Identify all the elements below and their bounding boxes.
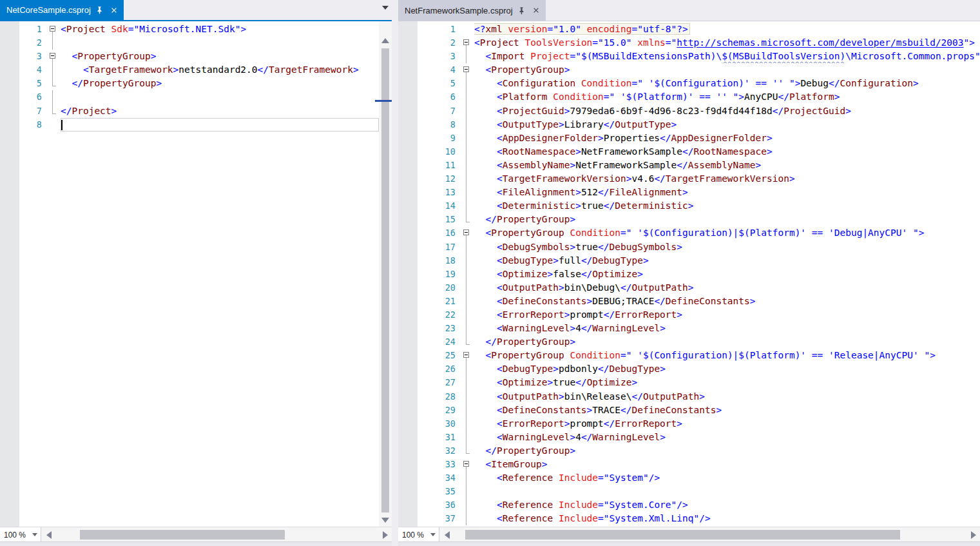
code-editor-right[interactable]: 1<?xml version="1.0" encoding="utf-8"?>2… [398,21,980,527]
code-text[interactable]: <Platform Condition=" '$(Platform)' == '… [474,90,980,104]
horizontal-scrollbar-left[interactable] [41,527,392,542]
tab-netcoresample[interactable]: NetCoreSample.csproj [0,0,124,20]
code-text[interactable]: <DebugType>full</DebugType> [474,254,980,268]
code-text[interactable]: <OutputType>Library</OutputType> [474,118,980,132]
code-text[interactable]: <DefineConstants>TRACE</DefineConstants> [474,404,980,417]
code-text[interactable]: <ErrorReport>prompt</ErrorReport> [474,417,980,431]
code-text[interactable]: </PropertyGroup> [474,444,980,458]
close-icon[interactable] [109,5,119,15]
code-text[interactable]: <AppDesignerFolder>Properties</AppDesign… [474,132,980,145]
horizontal-scroll-thumb[interactable] [80,530,285,540]
fold-toggle-icon[interactable] [50,53,55,59]
code-text[interactable]: <WarningLevel>4</WarningLevel> [474,431,980,444]
fold-guide [466,213,466,222]
code-text[interactable]: <OutputPath>bin\Release\</OutputPath> [474,390,980,404]
horizontal-scrollbar-right[interactable] [439,527,980,542]
code-text[interactable]: <DebugSymbols>true</DebugSymbols> [474,240,980,254]
code-text[interactable] [474,485,980,498]
code-text[interactable]: <Reference Include="System.Xml.Linq"/> [474,512,980,525]
code-line: 27 <Optimize>true</Optimize> [398,376,980,389]
fold-guide [466,444,466,453]
code-text[interactable]: <RootNamespace>NetFrameworkSample</RootN… [474,145,980,159]
scroll-right-icon[interactable] [383,531,388,539]
line-number: 21 [418,295,460,308]
code-text[interactable]: <TargetFramework>netstandard2.0</TargetF… [61,63,379,77]
code-line: 37 <Reference Include="System.Xml.Linq"/… [398,512,980,525]
fold-guide [466,417,466,431]
code-text[interactable]: <Import Project="$(MSBuildExtensionsPath… [474,50,980,63]
code-text[interactable] [61,36,379,50]
line-number: 20 [418,281,460,295]
code-text[interactable]: <FileAlignment>512</FileAlignment> [474,186,980,199]
code-text[interactable]: <PropertyGroup> [474,63,980,77]
code-text[interactable]: <DefineConstants>DEBUG;TRACE</DefineCons… [474,295,980,308]
code-text[interactable]: <TargetFrameworkVersion>v4.6</TargetFram… [474,172,980,186]
code-text[interactable]: <ErrorReport>prompt</ErrorReport> [474,308,980,322]
code-line: 22 <ErrorReport>prompt</ErrorReport> [398,308,980,322]
fold-guide [466,390,466,404]
fold-toggle-icon[interactable] [463,66,469,72]
code-text[interactable]: <ProjectGuid>7979eda6-6b9f-4d96-8c23-f9d… [474,104,980,118]
fold-margin [460,390,474,404]
scroll-left-icon[interactable] [445,531,450,539]
fold-margin [460,159,474,172]
code-line: 3 <PropertyGroup> [0,50,379,63]
code-text[interactable]: <PropertyGroup> [61,50,379,63]
code-text[interactable]: <Configuration Condition=" '$(Configurat… [474,77,980,90]
pin-icon[interactable] [95,5,105,15]
code-text[interactable]: <Reference Include="System.Core"/> [474,498,980,512]
code-text[interactable]: <Optimize>false</Optimize> [474,268,980,281]
scroll-right-icon[interactable] [971,531,976,539]
code-text[interactable]: <Optimize>true</Optimize> [474,376,980,389]
horizontal-scroll-thumb[interactable] [465,530,900,540]
fold-toggle-icon[interactable] [463,352,469,358]
code-text[interactable]: </PropertyGroup> [474,213,980,226]
fold-toggle-icon[interactable] [50,26,55,32]
fold-guide [466,404,466,417]
line-number: 22 [418,308,460,322]
code-line: 13 <FileAlignment>512</FileAlignment> [398,186,980,199]
fold-guide [466,431,466,444]
code-text[interactable]: <?xml version="1.0" encoding="utf-8"?> [474,23,980,36]
tab-label: NetFrameworkSample.csproj [405,6,513,15]
code-text[interactable]: </PropertyGroup> [61,77,379,90]
zoom-dropdown-left[interactable]: 100 % [0,527,41,542]
vertical-scroll-thumb[interactable] [381,48,389,512]
fold-toggle-icon[interactable] [463,461,469,467]
scroll-up-icon[interactable] [381,38,389,43]
code-text[interactable]: <DebugType>pdbonly</DebugType> [474,362,980,376]
code-text[interactable]: <Project Sdk="Microsoft.NET.Sdk"> [61,23,379,36]
fold-toggle-icon[interactable] [463,229,469,235]
scroll-left-icon[interactable] [46,531,52,539]
code-text[interactable]: </PropertyGroup> [474,335,980,349]
code-text[interactable]: <Reference Include="System"/> [474,471,980,485]
zoom-dropdown-right[interactable]: 100 % [398,527,439,542]
code-text[interactable]: <Project ToolsVersion="15.0" xmlns="http… [474,36,980,50]
fold-guide [466,453,470,454]
document-well-dropdown-icon[interactable] [382,6,389,10]
fold-margin [460,104,474,118]
line-number: 1 [418,23,460,36]
fold-guide [466,295,466,308]
code-text[interactable] [61,90,379,104]
code-text[interactable]: <Deterministic>true</Deterministic> [474,199,980,213]
close-icon[interactable] [531,5,541,15]
code-text[interactable]: <WarningLevel>4</WarningLevel> [474,322,980,335]
code-editor-left[interactable]: 1<Project Sdk="Microsoft.NET.Sdk">23 <Pr… [0,21,392,527]
code-text[interactable]: <OutputPath>bin\Debug\</OutputPath> [474,281,980,295]
code-text[interactable]: <AssemblyName>NetFrameworkSample</Assemb… [474,159,980,172]
fold-margin [460,349,474,362]
code-text[interactable]: </Project> [61,104,379,118]
pane-divider[interactable] [392,0,398,546]
code-text[interactable]: <ItemGroup> [474,458,980,471]
line-number: 12 [418,172,460,186]
tab-netframeworksample[interactable]: NetFrameworkSample.csproj [398,0,546,21]
code-text[interactable]: <PropertyGroup Condition=" '$(Configurat… [474,226,980,240]
fold-toggle-icon[interactable] [463,39,469,45]
code-text[interactable] [61,118,379,132]
code-text[interactable]: <PropertyGroup Condition=" '$(Configurat… [474,349,980,362]
pin-icon[interactable] [517,5,527,15]
scroll-down-icon[interactable] [381,518,389,523]
fold-guide [52,32,53,36]
vertical-scrollbar[interactable] [379,21,392,527]
